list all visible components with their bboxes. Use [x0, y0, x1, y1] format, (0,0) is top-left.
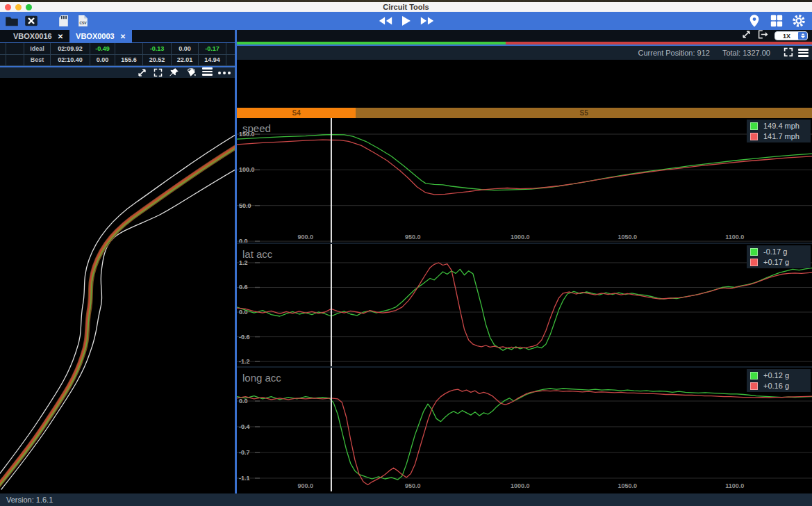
fullscreen-icon	[153, 67, 163, 78]
graph-header-space	[237, 60, 812, 108]
track-map-canvas	[0, 78, 235, 492]
legend-entry: -0.17 g	[750, 247, 806, 256]
lap-results-table: Ideal02:09.92-0.49-0.130.00-0.17Best02:1…	[0, 43, 235, 66]
playback-controls	[0, 14, 812, 28]
legend-swatch-green	[750, 248, 758, 256]
graph-control-row: 1X	[237, 30, 812, 42]
track-outline-right	[1, 170, 235, 489]
table-cell: 02:10.40	[51, 55, 90, 66]
table-cell	[6, 55, 24, 66]
fullscreen-graphs-button[interactable]	[783, 47, 794, 59]
table-cell	[226, 55, 235, 66]
chart-legend: 149.4 mph141.7 mph	[747, 120, 811, 142]
x-tick-label: 1050.0	[618, 482, 638, 489]
chart-canvas: 0.0-0.4-0.7-1.1900.0950.01000.01050.0110…	[237, 368, 812, 491]
table-cell: Best	[24, 55, 51, 66]
y-tick-label: -0.7	[239, 449, 250, 456]
tab-close-icon[interactable]: ✕	[58, 33, 63, 40]
legend-entry: +0.16 g	[750, 382, 806, 390]
track-map[interactable]	[0, 78, 235, 493]
y-tick-label: 0.0	[239, 238, 248, 243]
expand-diagonal-icon	[741, 29, 752, 40]
legend-value: 141.7 mph	[763, 132, 806, 140]
legend-swatch-red	[750, 259, 758, 266]
total-label: Total: 1327.00	[722, 49, 770, 57]
x-tick-label: 950.0	[405, 482, 421, 489]
pin-view-button[interactable]	[169, 67, 179, 78]
expand-diagonal-icon	[137, 67, 147, 78]
x-tick-label: 1100.0	[725, 482, 744, 489]
legend-swatch-red	[750, 382, 758, 390]
map-toolbar	[0, 66, 235, 78]
current-position-label: Current Position: 912	[638, 49, 710, 57]
main-content: VBOX0016 ✕ VBOX0003 ✕ Ideal02:09.92-0.49…	[0, 30, 812, 493]
rewind-icon	[378, 16, 393, 26]
y-tick-label: -1.1	[239, 475, 250, 482]
expand-diagonal-button[interactable]	[137, 67, 147, 78]
pushpin-icon	[169, 67, 179, 78]
fast-forward-button[interactable]	[420, 14, 435, 28]
chart-legend: +0.12 g+0.16 g	[747, 369, 811, 392]
table-cell: 0.00	[172, 43, 199, 54]
track-line-green	[0, 148, 235, 491]
play-button[interactable]	[399, 14, 414, 28]
series-line-green	[237, 389, 812, 480]
legend-value: +0.12 g	[763, 371, 806, 380]
table-cell: 02:09.92	[51, 43, 90, 54]
chart-legend: -0.17 g+0.17 g	[747, 245, 811, 268]
left-pane: VBOX0016 ✕ VBOX0003 ✕ Ideal02:09.92-0.49…	[0, 30, 235, 493]
legend-value: -0.17 g	[763, 247, 806, 256]
export-graph-button[interactable]	[757, 29, 769, 42]
legend-swatch-green	[750, 372, 758, 380]
play-icon	[401, 15, 411, 26]
rewind-button[interactable]	[378, 14, 393, 28]
tab-close-icon[interactable]: ✕	[120, 33, 126, 40]
y-tick-label: -1.2	[239, 358, 250, 365]
circuit-tools-window: Circuit Tools CSV	[0, 0, 812, 506]
chart-lat_acc[interactable]: 1.20.60.0-0.6-1.2lat acc-0.17 g+0.17 g	[237, 243, 812, 366]
x-tick-label: 1100.0	[725, 234, 744, 240]
table-row: Ideal02:09.92-0.49-0.130.00-0.17	[0, 43, 235, 55]
table-cell: 14.94	[199, 55, 226, 66]
fullscreen-icon	[783, 47, 794, 58]
playback-speed-control[interactable]: 1X	[774, 31, 808, 40]
table-cell: -0.49	[90, 43, 115, 54]
window-title: Circuit Tools	[0, 2, 812, 12]
titlebar: Circuit Tools	[0, 2, 812, 12]
tab-vbox0016[interactable]: VBOX0016 ✕	[7, 30, 69, 42]
legend-entry: 141.7 mph	[750, 132, 806, 140]
table-cell	[226, 43, 235, 54]
graph-menu-button[interactable]	[798, 49, 809, 57]
tab-label: VBOX0016	[13, 32, 52, 40]
expand-graph-button[interactable]	[741, 29, 752, 42]
legend-swatch-red	[750, 133, 758, 140]
sector-bar: S4S5	[237, 108, 812, 118]
table-cell: -0.13	[143, 43, 172, 54]
x-tick-label: 900.0	[298, 482, 314, 489]
map-menu-button[interactable]	[202, 67, 213, 78]
table-cell	[6, 43, 24, 54]
chart-speed[interactable]: 150.0100.050.00.0900.0950.01000.01050.01…	[237, 118, 812, 243]
y-tick-label: -0.4	[239, 423, 250, 430]
y-tick-label: 150.0	[239, 131, 255, 138]
table-cell: -0.17	[199, 43, 226, 54]
series-line-red	[237, 389, 812, 484]
table-cell	[0, 55, 6, 66]
tab-vbox0003[interactable]: VBOX0003 ✕	[69, 30, 132, 42]
paint-bucket-icon	[185, 67, 197, 78]
fill-color-button[interactable]	[185, 67, 197, 78]
chart-long_acc[interactable]: 0.0-0.4-0.7-1.1900.0950.01000.01050.0110…	[237, 366, 812, 490]
table-cell: 20.52	[143, 55, 172, 66]
legend-value: +0.16 g	[763, 382, 806, 390]
graph-pane: 1X Current Position: 912 Total: 1327.00	[237, 30, 812, 493]
fullscreen-button[interactable]	[153, 67, 163, 78]
version-label: Version: 1.6.1	[6, 496, 53, 504]
series-line-green	[237, 135, 812, 190]
table-cell: 155.6	[115, 55, 143, 66]
more-options-button[interactable]	[218, 67, 231, 78]
tab-label: VBOX0003	[76, 32, 115, 40]
playback-speed-stepper[interactable]	[798, 31, 807, 40]
y-tick-label: 100.0	[239, 166, 255, 173]
legend-swatch-green	[750, 122, 758, 130]
stepper-up-icon	[801, 33, 805, 35]
